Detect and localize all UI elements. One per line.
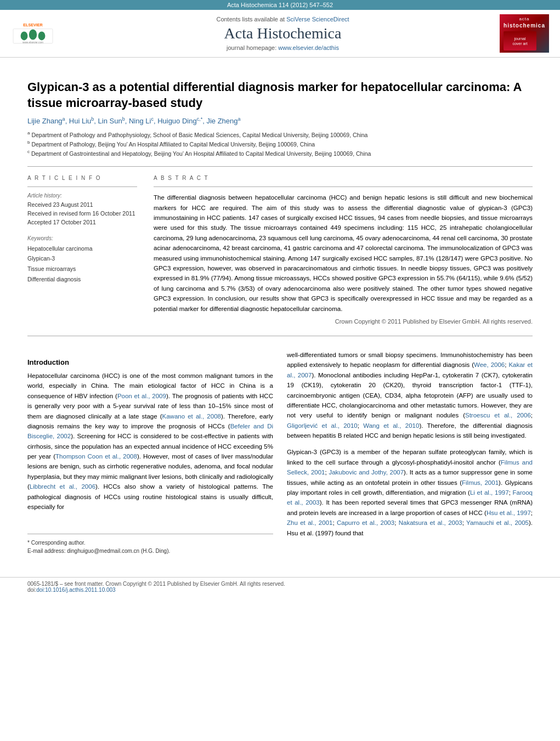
affiliations: a Department of Pathology and Pathophysi…: [27, 130, 533, 159]
divider-1: [27, 166, 533, 167]
footnote-area: * Corresponding author. E-mail address: …: [27, 534, 273, 555]
acta-logo: acta histochemica journalcover art: [500, 14, 549, 53]
ref-kawano[interactable]: Kawano et al., 2008: [162, 413, 221, 420]
ref-nakatsura[interactable]: Nakatsura et al., 2003: [399, 519, 462, 526]
keyword-1: Hepatocellular carcinoma: [27, 244, 137, 254]
keywords-label: Keywords:: [27, 235, 137, 241]
svg-point-9: [38, 31, 46, 40]
ref-poon[interactable]: Poon et al., 2009: [117, 393, 166, 399]
ref-filmus[interactable]: Filmus, 2001: [462, 479, 499, 486]
body-col-right: well-differentiated tumors or small biop…: [287, 350, 533, 555]
ref-stroescu[interactable]: Stroescu et al., 2006: [465, 412, 531, 418]
ref-filmus-selleck[interactable]: Filmus and Selleck, 2001: [287, 459, 533, 476]
authors-line: Lijie Zhanga, Hui Liub, Lin Sunb, Ning L…: [27, 116, 533, 125]
divider-info: [27, 186, 137, 187]
revised-date: Received in revised form 16 October 2011: [27, 210, 137, 218]
introduction-heading: Introduction: [27, 358, 273, 366]
journal-header-center: Contents lists available at SciVerse Sci…: [66, 16, 500, 51]
keywords-list: Hepatocellular carcinoma Glypican-3 Tiss…: [27, 244, 137, 285]
ref-yamauchi[interactable]: Yamauchi et al., 2005: [466, 519, 529, 526]
copyright-line: Crown Copyright © 2011 Published by Else…: [154, 318, 533, 325]
article-title: Glypican-3 as a potential differential d…: [27, 80, 533, 111]
author-hui: Hui Liu: [69, 117, 91, 126]
doi-line: doi:doi:10.1016/j.acthis.2011.10.003: [27, 587, 533, 593]
author-huiguo: Huiguo Ding: [157, 117, 197, 126]
ref-gligorijevic[interactable]: Gligorljević et al., 2010: [287, 422, 358, 429]
ref-hsu[interactable]: Hsu et al., 1997: [487, 510, 531, 516]
body-col-left: Introduction Hepatocellular carcinoma (H…: [27, 350, 273, 555]
svg-text:ELSEVIER: ELSEVIER: [23, 22, 43, 27]
sciverse-link[interactable]: SciVerse ScienceDirect: [286, 16, 349, 22]
body-two-col: Introduction Hepatocellular carcinoma (H…: [27, 350, 533, 555]
affiliation-a: a Department of Pathology and Pathophysi…: [27, 130, 533, 139]
author-ning: Ning Li: [129, 117, 151, 126]
abstract-label: A B S T R A C T: [154, 175, 533, 181]
received-date: Received 23 August 2011: [27, 201, 137, 210]
info-abstract-section: A R T I C L E I N F O Article history: R…: [27, 175, 533, 325]
svg-point-8: [29, 29, 37, 39]
affiliation-c: c Department of Gastrointestinal and Hep…: [27, 149, 533, 158]
journal-homepage: journal homepage: www.elsevier.de/acthis: [66, 44, 500, 51]
bottom-bar: 0065-1281/$ – see front matter. Crown Co…: [0, 577, 560, 596]
svg-text:www.elsevier.com: www.elsevier.com: [22, 41, 43, 44]
ref-thompson[interactable]: Thompson Coon et al., 2008: [55, 453, 137, 460]
footnote-email: E-mail address: dinghuiguo@medmail.com.c…: [27, 547, 273, 555]
footnote-email-link[interactable]: dinghuiguo@medmail.com.cn: [67, 548, 139, 554]
divider-abstract: [154, 186, 533, 187]
journal-header: ELSEVIER www.elsevier.com Contents lists…: [0, 10, 560, 58]
journal-issue-label: Acta Histochemica 114 (2012) 547–552: [227, 2, 333, 8]
abstract-panel: A B S T R A C T The differential diagnos…: [154, 175, 533, 325]
keyword-4: Differential diagnosis: [27, 274, 137, 285]
homepage-link[interactable]: www.elsevier.de/acthis: [278, 44, 339, 51]
abstract-text: The differential diagnosis between hepat…: [154, 193, 533, 314]
main-content: Glypican-3 as a potential differential d…: [0, 58, 560, 566]
keyword-2: Glypican-3: [27, 253, 137, 264]
accepted-date: Accepted 17 October 2011: [27, 218, 137, 227]
ref-wee[interactable]: Wee, 2006: [474, 361, 505, 368]
body-section: Introduction Hepatocellular carcinoma (H…: [27, 350, 533, 555]
ref-wang[interactable]: Wang et al., 2010: [363, 422, 419, 429]
issn-line: 0065-1281/$ – see front matter. Crown Co…: [27, 581, 533, 587]
intro-col2-text-2: Glypican-3 (GPC3) is a member of the hep…: [287, 447, 533, 538]
author-jie: Jie Zheng: [206, 117, 237, 126]
intro-col1-text: Hepatocellular carcinoma (HCC) is one of…: [27, 371, 273, 512]
doi-link[interactable]: doi:10.1016/j.acthis.2011.10.003: [36, 587, 116, 593]
author-lijie: Lijie Zhang: [27, 117, 63, 126]
affiliation-b: b Department of Pathology, Beijing You’ …: [27, 139, 533, 149]
ref-befeler[interactable]: Befeler and Di Bisceglie, 2002: [27, 423, 273, 439]
svg-point-7: [21, 31, 28, 40]
ref-zhu[interactable]: Zhu et al., 2001: [287, 519, 332, 526]
article-info-panel: A R T I C L E I N F O Article history: R…: [27, 175, 137, 325]
keyword-3: Tissue microarrays: [27, 264, 137, 274]
elsevier-logo: ELSEVIER www.elsevier.com: [11, 19, 55, 48]
author-lin: Lin Sun: [98, 117, 122, 126]
sciverse-line: Contents lists available at SciVerse Sci…: [66, 16, 500, 22]
ref-jakubovic[interactable]: Jakubovic and Jothy, 2007: [329, 469, 404, 476]
history-label: Article history:: [27, 193, 137, 199]
journal-top-bar: Acta Histochemica 114 (2012) 547–552: [0, 0, 560, 10]
ref-li[interactable]: Li et al., 1997: [470, 489, 509, 496]
footnote-corresponding: * Corresponding author.: [27, 539, 273, 547]
article-info-label: A R T I C L E I N F O: [27, 175, 137, 181]
divider-2: [27, 336, 533, 336]
ref-libbrecht[interactable]: Libbrecht et al., 2006: [30, 483, 95, 490]
ref-capurro[interactable]: Capurro et al., 2003: [337, 519, 394, 526]
intro-col2-text: well-differentiated tumors or small biop…: [287, 350, 533, 441]
journal-title-header: Acta Histochemica: [66, 25, 500, 42]
